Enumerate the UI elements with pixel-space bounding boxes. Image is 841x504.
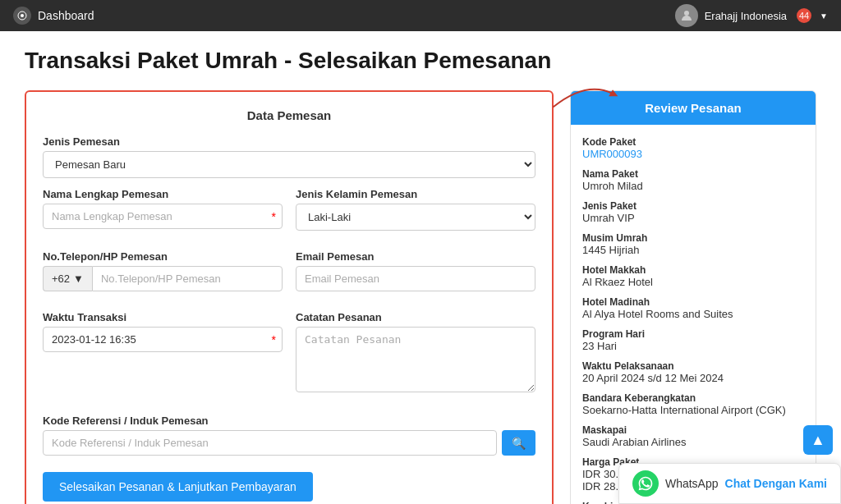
user-area[interactable]: Erahajj Indonesia 44 ▼ <box>675 4 828 27</box>
waktu-input[interactable] <box>43 327 283 352</box>
review-maskapai: Maskapai Saudi Arabian Airlines <box>582 424 804 448</box>
review-hotel-makkah: Hotel Makkah Al Rkaez Hotel <box>582 264 804 288</box>
review-nama-paket-value: Umroh Milad <box>582 180 804 192</box>
page-container: Transaksi Paket Umrah - Selesaikan Pemes… <box>0 31 841 504</box>
nama-jenis-row: Nama Lengkap Pemesan * Jenis Kelamin Pem… <box>43 188 535 241</box>
review-panel: Review Pesanan Kode Paket UMR000093 Nama… <box>570 90 816 504</box>
review-program-hari-label: Program Hari <box>582 328 804 340</box>
waktu-group: Waktu Transaksi * <box>43 311 283 395</box>
notification-badge[interactable]: 44 <box>797 8 811 23</box>
review-body: Kode Paket UMR000093 Nama Paket Umroh Mi… <box>571 125 816 504</box>
whatsapp-chat-label: Chat Dengan Kami <box>725 477 827 490</box>
review-jenis-paket-label: Jenis Paket <box>582 200 804 212</box>
form-panel: Data Pemesan Jenis Pemesan Pemesan Baru … <box>25 90 554 504</box>
kode-ref-input-group: 🔍 <box>43 430 535 456</box>
chevron-down-icon: ▼ <box>820 11 828 21</box>
brand-icon <box>13 7 31 25</box>
kode-ref-search-button[interactable]: 🔍 <box>502 430 535 456</box>
review-hotel-makkah-value: Al Rkaez Hotel <box>582 276 804 288</box>
review-waktu-pelaksanaan-value: 20 April 2024 s/d 12 Mei 2024 <box>582 372 804 384</box>
content-grid: Data Pemesan Jenis Pemesan Pemesan Baru … <box>25 90 816 504</box>
review-musim-value: 1445 Hijriah <box>582 244 804 256</box>
catatan-input[interactable] <box>296 327 535 392</box>
waktu-required: * <box>272 333 276 346</box>
review-program-hari-value: 23 Hari <box>582 340 804 352</box>
kode-ref-input[interactable] <box>43 430 497 456</box>
waktu-catatan-row: Waktu Transaksi * Catatan Pesanan <box>43 311 535 405</box>
review-jenis-paket: Jenis Paket Umrah VIP <box>582 200 804 224</box>
whatsapp-icon <box>632 470 659 497</box>
telepon-label: No.Telepon/HP Pemesan <box>43 250 283 263</box>
review-nama-paket: Nama Paket Umroh Milad <box>582 168 804 192</box>
nama-input[interactable] <box>43 204 283 229</box>
jenis-kelamin-select[interactable]: Laki-Laki Perempuan <box>296 204 535 231</box>
review-nama-paket-label: Nama Paket <box>582 168 804 180</box>
phone-group: +62 ▼ <box>43 266 283 291</box>
jenis-kelamin-label: Jenis Kelamin Pemesan <box>296 188 535 200</box>
user-avatar <box>675 4 698 27</box>
brand-label: Dashboard <box>38 9 94 22</box>
form-panel-title: Data Pemesan <box>43 108 535 122</box>
review-hotel-makkah-label: Hotel Makkah <box>582 264 804 276</box>
review-kode-paket-label: Kode Paket <box>582 136 804 148</box>
review-maskapai-value: Saudi Arabian Airlines <box>582 436 804 448</box>
submit-button[interactable]: Selesaikan Pesanan & Lanjutkan Pembayara… <box>43 472 313 502</box>
phone-prefix-value: +62 <box>52 273 70 285</box>
jenis-pemesan-group: Jenis Pemesan Pemesan Baru Pemesan Lama <box>43 135 535 178</box>
user-label: Erahajj Indonesia <box>705 10 787 22</box>
catatan-group: Catatan Pesanan <box>296 311 535 395</box>
review-maskapai-label: Maskapai <box>582 424 804 436</box>
phone-chevron-icon: ▼ <box>73 273 84 285</box>
jenis-pemesan-select[interactable]: Pemesan Baru Pemesan Lama <box>43 151 535 178</box>
jenis-kelamin-group: Jenis Kelamin Pemesan Laki-Laki Perempua… <box>296 188 535 231</box>
svg-point-1 <box>21 14 24 17</box>
telepon-email-row: No.Telepon/HP Pemesan +62 ▼ Email Pemesa… <box>43 250 535 301</box>
review-program-hari: Program Hari 23 Hari <box>582 328 804 352</box>
svg-point-2 <box>684 11 689 16</box>
whatsapp-bar[interactable]: WhatsApp Chat Dengan Kami <box>618 463 841 504</box>
review-waktu-pelaksanaan: Waktu Pelaksanaan 20 April 2024 s/d 12 M… <box>582 360 804 384</box>
phone-prefix[interactable]: +62 ▼ <box>43 266 92 291</box>
review-bandara-label: Bandara Keberangkatan <box>582 392 804 404</box>
review-hotel-madinah: Hotel Madinah Al Alya Hotel Rooms and Su… <box>582 296 804 320</box>
whatsapp-label: WhatsApp <box>665 477 719 490</box>
topnav: Dashboard Erahajj Indonesia 44 ▼ <box>0 0 841 31</box>
waktu-label: Waktu Transaksi <box>43 311 283 323</box>
kode-ref-label: Kode Referensi / Induk Pemesan <box>43 415 535 427</box>
telepon-input[interactable] <box>92 266 283 291</box>
kode-ref-group-container: Kode Referensi / Induk Pemesan 🔍 <box>43 415 535 456</box>
nama-group: Nama Lengkap Pemesan * <box>43 188 283 231</box>
email-label: Email Pemesan <box>296 250 535 263</box>
page-title: Transaksi Paket Umrah - Selesaikan Pemes… <box>25 48 816 74</box>
review-bandara: Bandara Keberangkatan Soekarno-Hatta Int… <box>582 392 804 416</box>
arrow-decoration <box>545 80 627 113</box>
review-hotel-madinah-value: Al Alya Hotel Rooms and Suites <box>582 308 804 320</box>
review-hotel-madinah-label: Hotel Madinah <box>582 296 804 308</box>
telepon-group: No.Telepon/HP Pemesan +62 ▼ <box>43 250 283 291</box>
review-kode-paket-value[interactable]: UMR000093 <box>582 148 804 160</box>
review-musim: Musim Umrah 1445 Hijriah <box>582 232 804 256</box>
nama-label: Nama Lengkap Pemesan <box>43 188 283 200</box>
review-kode-paket: Kode Paket UMR000093 <box>582 136 804 160</box>
email-group: Email Pemesan <box>296 250 535 291</box>
email-input[interactable] <box>296 266 535 291</box>
brand-area: Dashboard <box>13 7 94 25</box>
scroll-top-button[interactable]: ▲ <box>803 425 833 455</box>
catatan-label: Catatan Pesanan <box>296 311 535 323</box>
review-bandara-value: Soekarno-Hatta International Airport (CG… <box>582 404 804 416</box>
nama-required: * <box>272 210 276 223</box>
review-musim-label: Musim Umrah <box>582 232 804 244</box>
review-jenis-paket-value: Umrah VIP <box>582 212 804 224</box>
jenis-pemesan-label: Jenis Pemesan <box>43 135 535 148</box>
review-waktu-pelaksanaan-label: Waktu Pelaksanaan <box>582 360 804 372</box>
